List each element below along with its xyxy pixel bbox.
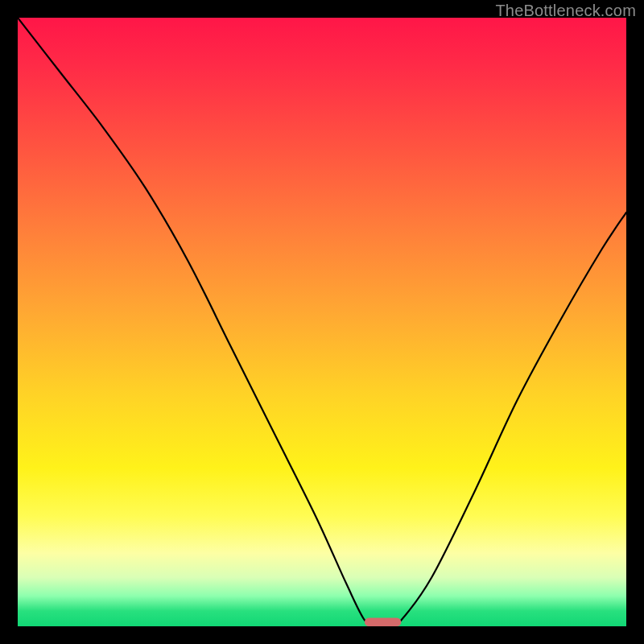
bottleneck-chart (18, 18, 626, 626)
bottleneck-curve-line (18, 18, 626, 626)
outer-frame: TheBottleneck.com (0, 0, 644, 644)
optimum-marker (365, 617, 401, 626)
watermark-text: TheBottleneck.com (495, 2, 636, 20)
plot-area (18, 18, 626, 626)
